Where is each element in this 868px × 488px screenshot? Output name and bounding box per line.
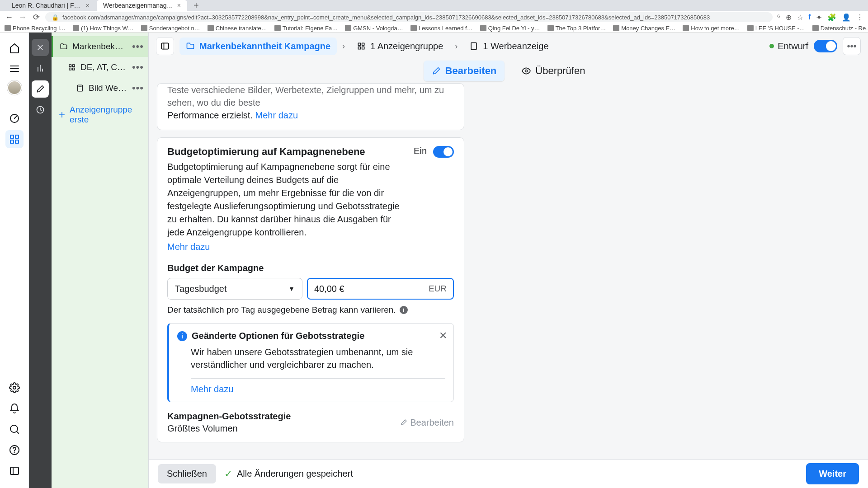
- edit-strategy-button[interactable]: Bearbeiten: [400, 418, 454, 428]
- breadcrumb-campaign[interactable]: Markenbekanntheit Kampagne: [179, 38, 337, 55]
- bookmark[interactable]: Datenschutz - Re…: [812, 25, 868, 32]
- translate-icon[interactable]: ᴳ: [777, 14, 780, 21]
- folder-icon: [60, 42, 68, 51]
- grid-icon[interactable]: [5, 130, 24, 148]
- info-icon[interactable]: i: [400, 306, 408, 314]
- more-icon[interactable]: •••: [132, 61, 144, 73]
- menu-icon[interactable]: ⋮: [856, 13, 863, 22]
- close-icon[interactable]: ✕: [439, 330, 447, 342]
- hint-text: Der tatsächlich pro Tag ausgegebene Betr…: [167, 305, 396, 315]
- crumb-label: 1 Anzeigengruppe: [370, 41, 443, 52]
- edit-icon[interactable]: [32, 80, 49, 98]
- pencil-icon: [432, 66, 441, 75]
- bookmark[interactable]: LEE 'S HOUSE -…: [747, 25, 805, 32]
- status-badge: Entwurf: [769, 41, 808, 52]
- profile-icon[interactable]: 👤: [842, 13, 851, 22]
- budget-hint: Der tatsächlich pro Tag ausgegebene Betr…: [167, 305, 454, 315]
- breadcrumb-bar: Markenbekanntheit Kampagne › 1 Anzeigeng…: [149, 33, 868, 60]
- add-adset-button[interactable]: + Anzeigengruppe erste: [52, 99, 148, 131]
- tab-review[interactable]: Überprüfen: [514, 61, 593, 81]
- close-icon[interactable]: ×: [177, 2, 181, 9]
- more-button[interactable]: •••: [843, 37, 861, 55]
- bookmark[interactable]: Money Changes E…: [613, 25, 675, 32]
- tab-label: Überprüfen: [535, 65, 585, 77]
- campaign-toggle[interactable]: [814, 40, 837, 52]
- browser-tab[interactable]: Werbeanzeigenmanager - We ×: [97, 0, 187, 11]
- bookmark[interactable]: Sonderangebot n…: [141, 25, 200, 32]
- close-button[interactable]: Schließen: [158, 464, 216, 483]
- testing-card: Teste verschiedene Bilder, Werbetexte, Z…: [157, 83, 464, 130]
- bookmark[interactable]: Qing Fei De Yi - y…: [480, 25, 540, 32]
- tree-campaign-item[interactable]: Markenbekan… •••: [52, 36, 148, 57]
- tab-title: Leon R. Chaudhari | Facebook: [12, 2, 82, 9]
- structure-tree: Markenbekan… ••• DE, AT, CH,… ••• Bild W…: [52, 33, 149, 488]
- star-icon[interactable]: ☆: [797, 13, 803, 22]
- learn-more-link[interactable]: Mehr dazu: [167, 242, 407, 252]
- gear-icon[interactable]: [5, 379, 24, 397]
- extension-icon[interactable]: ✦: [816, 13, 822, 22]
- svg-rect-30: [362, 43, 364, 45]
- back-icon[interactable]: ←: [5, 13, 14, 22]
- more-icon[interactable]: •••: [132, 41, 144, 52]
- reload-icon[interactable]: ⟳: [32, 12, 41, 22]
- home-icon[interactable]: [5, 39, 24, 57]
- bookmark[interactable]: Chinese translate…: [208, 25, 267, 32]
- folder-icon: [186, 42, 195, 51]
- bookmark[interactable]: GMSN - Vologda…: [345, 25, 403, 32]
- editor-footer: Schließen ✓ Alle Änderungen gespeichert …: [149, 459, 868, 488]
- eye-icon: [522, 66, 531, 75]
- bookmark[interactable]: Tutorial: Eigene Fa…: [274, 25, 338, 32]
- more-icon[interactable]: •••: [132, 82, 144, 94]
- history-icon[interactable]: [32, 101, 49, 118]
- help-icon[interactable]: [5, 441, 24, 459]
- facebook-icon[interactable]: f: [809, 13, 811, 21]
- banner-text: Wir haben unsere Gebotsstrategien umbena…: [191, 346, 445, 371]
- budget-amount-input[interactable]: EUR: [307, 278, 454, 300]
- bookmark[interactable]: The Top 3 Platfor…: [547, 25, 606, 32]
- avatar[interactable]: [7, 80, 22, 95]
- breadcrumb-ad[interactable]: 1 Werbeanzeige: [463, 38, 555, 55]
- amount-field[interactable]: [314, 284, 429, 294]
- next-button[interactable]: Weiter: [806, 463, 859, 484]
- crumb-label: Markenbekanntheit Kampagne: [199, 41, 330, 52]
- menu-icon[interactable]: [5, 60, 24, 78]
- learn-more-link[interactable]: Mehr dazu: [191, 384, 445, 394]
- svg-rect-29: [358, 43, 360, 45]
- tree-label: Markenbekan…: [72, 42, 127, 52]
- learn-more-link[interactable]: Mehr dazu: [255, 110, 298, 120]
- bookmark[interactable]: How to get more…: [683, 25, 740, 32]
- budget-type-dropdown[interactable]: Tagesbudget ▼: [167, 278, 302, 300]
- address-bar[interactable]: 🔒 facebook.com/adsmanager/manage/campaig…: [45, 12, 773, 22]
- tree-label: DE, AT, CH,…: [80, 62, 127, 72]
- tab-edit[interactable]: Bearbeiten: [424, 61, 505, 81]
- zoom-icon[interactable]: ⊕: [786, 13, 792, 22]
- browser-tab[interactable]: Leon R. Chaudhari | Facebook ×: [5, 0, 96, 11]
- content-scroll[interactable]: Teste verschiedene Bilder, Werbetexte, Z…: [149, 83, 868, 459]
- forward-icon[interactable]: →: [18, 13, 27, 22]
- svg-rect-33: [471, 43, 476, 50]
- page-icon: [76, 84, 84, 92]
- svg-rect-25: [78, 85, 83, 91]
- collapse-icon[interactable]: [5, 462, 24, 480]
- new-tab-button[interactable]: +: [188, 0, 204, 11]
- gauge-icon[interactable]: [5, 109, 24, 127]
- bookmark[interactable]: Phone Recycling i…: [5, 25, 66, 32]
- budget-opt-toggle[interactable]: [433, 146, 454, 158]
- tree-adset-item[interactable]: DE, AT, CH,… •••: [52, 57, 148, 78]
- tree-label: Bild Wer…: [89, 83, 127, 93]
- chart-icon[interactable]: [32, 60, 49, 77]
- close-icon[interactable]: ×: [86, 2, 90, 9]
- panel-toggle-button[interactable]: [156, 37, 174, 55]
- bookmark[interactable]: Lessons Learned f…: [410, 25, 473, 32]
- close-editor-button[interactable]: [32, 39, 49, 56]
- tree-ad-item[interactable]: Bild Wer… •••: [52, 78, 148, 99]
- breadcrumb-adset[interactable]: 1 Anzeigengruppe: [350, 38, 449, 55]
- puzzle-icon[interactable]: 🧩: [827, 13, 836, 22]
- bookmark[interactable]: (1) How Things W…: [73, 25, 134, 32]
- bell-icon[interactable]: [5, 399, 24, 418]
- chevron-down-icon: ▼: [288, 285, 295, 292]
- bid-strategy-banner: i Geänderte Optionen für Gebotsstrategie…: [167, 323, 454, 402]
- svg-rect-4: [10, 135, 14, 138]
- search-icon[interactable]: [5, 420, 24, 438]
- browser-chrome: Leon R. Chaudhari | Facebook × Werbeanze…: [0, 0, 868, 33]
